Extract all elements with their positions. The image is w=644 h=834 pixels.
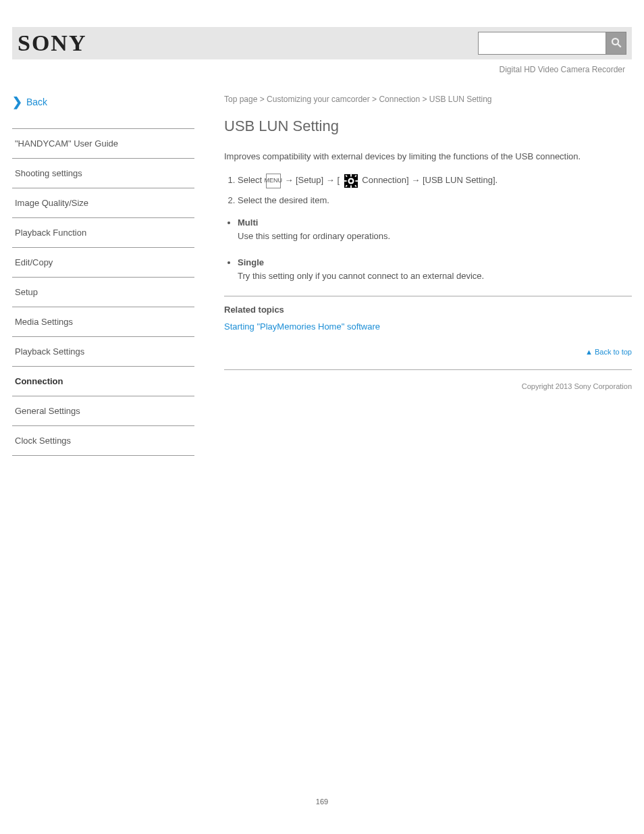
step-list: Select MENU → [Setup] → [ Connection] → … <box>238 174 632 207</box>
back-link[interactable]: ❯ Back <box>12 95 194 109</box>
option-name: Multi <box>238 217 258 228</box>
product-name: Digital HD Video Camera Recorder <box>12 65 625 74</box>
option-desc: Use this setting for ordinary operations… <box>238 231 390 241</box>
nav-item[interactable]: "HANDYCAM" User Guide <box>12 128 194 159</box>
nav-item[interactable]: Shooting settings <box>12 159 194 188</box>
related-list: Starting "PlayMemories Home" software <box>224 321 632 332</box>
option-desc: Try this setting only if you cannot conn… <box>238 271 484 281</box>
option-item: Single Try this setting only if you cann… <box>238 256 632 282</box>
svg-point-4 <box>349 180 352 183</box>
related-link[interactable]: Starting "PlayMemories Home" software <box>224 321 632 332</box>
svg-rect-5 <box>350 174 352 177</box>
svg-rect-7 <box>344 180 347 182</box>
gear-icon <box>344 174 358 188</box>
divider <box>224 296 632 296</box>
brand-logo: SONY <box>18 30 86 56</box>
copyright-text: Copyright 2013 Sony Corporation <box>224 378 632 390</box>
option-item: Multi Use this setting for ordinary oper… <box>238 216 632 242</box>
svg-rect-8 <box>355 180 358 182</box>
intro-text: Improves compatibility with external dev… <box>224 150 632 164</box>
svg-line-1 <box>618 44 621 47</box>
breadcrumb: Top page > Customizing your camcorder > … <box>224 95 632 104</box>
nav-item[interactable]: Edit/Copy <box>12 248 194 278</box>
divider <box>224 369 632 370</box>
nav-item[interactable]: Clock Settings <box>12 426 194 456</box>
nav-item[interactable]: Media Settings <box>12 307 194 337</box>
search-button[interactable] <box>606 32 626 55</box>
step-text: Connection] → [USB LUN Setting]. <box>362 175 498 185</box>
back-link-label: Back <box>26 97 47 107</box>
nav-item[interactable]: Image Quality/Size <box>12 188 194 218</box>
nav-item[interactable]: General Settings <box>12 396 194 426</box>
step-item: Select the desired item. <box>238 194 632 207</box>
option-name: Single <box>238 257 264 267</box>
nav-item[interactable]: Setup <box>12 278 194 307</box>
search-group <box>478 32 626 55</box>
page-title: USB LUN Setting <box>224 118 632 135</box>
back-to-top-link[interactable]: ▲ Back to top <box>224 348 632 356</box>
search-icon <box>610 36 622 51</box>
nav-item-selected[interactable]: Connection <box>12 367 194 396</box>
sidebar: ❯ Back "HANDYCAM" User Guide Shooting se… <box>12 95 208 456</box>
main-content: Top page > Customizing your camcorder > … <box>208 95 632 456</box>
nav-item[interactable]: Playback Function <box>12 218 194 248</box>
step-text: Select <box>238 175 265 185</box>
svg-point-0 <box>612 38 618 45</box>
search-input[interactable] <box>478 32 606 55</box>
related-heading: Related topics <box>224 305 632 315</box>
nav-item[interactable]: Playback Settings <box>12 337 194 367</box>
step-text: → [Setup] → [ <box>284 175 340 185</box>
option-list: Multi Use this setting for ordinary oper… <box>238 216 632 282</box>
chevron-right-icon: ❯ <box>12 95 22 109</box>
menu-icon: MENU <box>266 174 281 188</box>
svg-rect-6 <box>350 185 352 188</box>
step-item: Select MENU → [Setup] → [ Connection] → … <box>238 174 632 188</box>
nav-list: "HANDYCAM" User Guide Shooting settings … <box>12 128 194 456</box>
header-bar: SONY <box>12 27 632 59</box>
